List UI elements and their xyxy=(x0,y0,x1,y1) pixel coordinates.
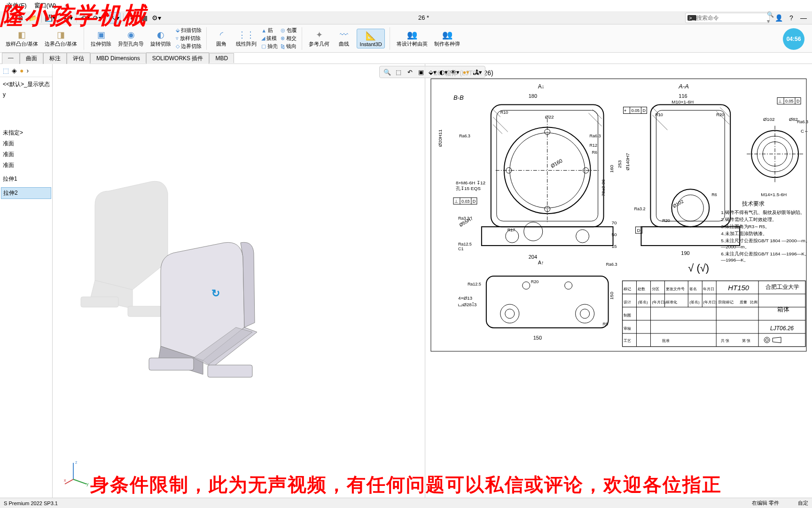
svg-text:R17: R17 xyxy=(508,228,515,232)
svg-text:LJT06.26: LJT06.26 xyxy=(770,325,794,332)
ref-geometry-button[interactable]: ✦参考几何 xyxy=(307,28,331,48)
feature-tree-icon[interactable]: ⬚ xyxy=(3,67,9,74)
user-icon[interactable]: 👤 xyxy=(773,12,785,24)
svg-text:D: D xyxy=(642,108,646,113)
tree-plane2[interactable]: 准面 xyxy=(1,149,51,160)
tab-annotate[interactable]: 标注 xyxy=(43,53,67,64)
svg-text:更改文件号: 更改文件号 xyxy=(666,287,685,291)
svg-text:6.未注几何公差按GB/T 1184 —1996—K。: 6.未注几何公差按GB/T 1184 —1996—K。 xyxy=(721,251,809,256)
svg-text:3.未注圆角为R3～R5。: 3.未注圆角为R3～R5。 xyxy=(721,224,770,229)
wrap-button[interactable]: ◎包覆 xyxy=(281,27,297,34)
svg-text:R20: R20 xyxy=(662,218,670,223)
svg-text:M10×1-6H: M10×1-6H xyxy=(671,99,694,104)
tree-display-state[interactable]: <<默认>_显示状态 xyxy=(1,79,51,90)
tab-mbd-dims[interactable]: MBD Dimensions xyxy=(90,53,146,63)
tree-history[interactable]: y xyxy=(1,90,51,99)
linear-pattern-button[interactable]: ⋮⋮线性阵列 xyxy=(234,28,258,48)
graphics-viewport[interactable]: 🔍 ⬚ ↶ ▣ ⬙▾ ◐▾ 👁▾ ●▾ 🏞▾ xyxy=(53,64,812,498)
tab-addins[interactable]: SOLIDWORKS 插件 xyxy=(146,53,210,64)
command-search[interactable]: >_ 🔍▾ xyxy=(685,13,770,23)
settings-icon[interactable]: ⚙▾ xyxy=(151,12,162,24)
svg-text:C1: C1 xyxy=(458,246,463,251)
intersect-button[interactable]: ⊗相交 xyxy=(281,35,297,42)
svg-text:150: 150 xyxy=(609,292,614,300)
svg-text:(签名): (签名) xyxy=(638,300,648,304)
prev-view-icon[interactable]: ↶ xyxy=(405,67,414,77)
svg-text:R20: R20 xyxy=(531,279,539,284)
svg-text:253: 253 xyxy=(617,160,622,168)
tree-extrude1[interactable]: 拉伸1 xyxy=(1,174,51,184)
tab-surfaces[interactable]: 曲面 xyxy=(20,53,43,64)
search-input[interactable] xyxy=(696,15,767,21)
svg-text:(年月日): (年月日) xyxy=(703,300,717,304)
draft-button[interactable]: ◢拔模 xyxy=(261,35,278,42)
tree-material[interactable]: 未指定> xyxy=(1,127,51,138)
svg-text:(签名): (签名) xyxy=(689,300,700,304)
svg-text:R6: R6 xyxy=(711,192,717,197)
zoom-area-icon[interactable]: ⬚ xyxy=(394,67,403,77)
tree-plane3[interactable]: 准面 xyxy=(1,160,51,171)
variations-button[interactable]: 👥制作各种弹 xyxy=(432,28,462,48)
fillet-button[interactable]: ◜圆角 xyxy=(211,28,231,48)
curves-button[interactable]: 〰曲线 xyxy=(334,28,354,48)
design-tree-button[interactable]: 👥将设计树由英 xyxy=(395,28,429,48)
svg-text:阶段标记: 阶段标记 xyxy=(718,300,734,304)
svg-text:C←: C← xyxy=(801,128,809,134)
svg-text:HT150: HT150 xyxy=(728,284,750,292)
rib-button[interactable]: ▲筋 xyxy=(261,27,278,34)
main-area: ⬚ ◈ ● › <<默认>_显示状态 y 未指定> 准面 准面 准面 拉伸1 拉… xyxy=(0,64,812,498)
display-icon[interactable]: ● xyxy=(20,67,23,74)
tree-extrude2[interactable]: 拉伸2 xyxy=(1,187,51,199)
svg-text:Ra3.2: Ra3.2 xyxy=(458,216,469,221)
svg-rect-3 xyxy=(208,365,252,377)
svg-text:Ø102: Ø102 xyxy=(763,117,775,122)
hide-show-icon[interactable]: 👁▾ xyxy=(450,67,460,77)
svg-text:R10: R10 xyxy=(500,110,508,115)
appearance-icon[interactable]: ●▾ xyxy=(461,67,471,77)
tree-plane1[interactable]: 准面 xyxy=(1,138,51,149)
svg-text:78±0.06: 78±0.06 xyxy=(601,179,606,196)
svg-text:Ra3.2: Ra3.2 xyxy=(634,206,645,211)
section-view-icon[interactable]: ▣ xyxy=(416,67,426,77)
svg-text:A↓: A↓ xyxy=(538,83,545,89)
search-icon[interactable]: 🔍▾ xyxy=(767,11,774,24)
tab-evaluate[interactable]: 评估 xyxy=(67,53,90,64)
mirror-button[interactable]: ⧎镜向 xyxy=(281,43,297,50)
minimize-icon[interactable]: — xyxy=(798,12,809,24)
svg-text:年月日: 年月日 xyxy=(703,287,714,291)
loft-cut-button[interactable]: ▿放样切除 xyxy=(176,35,202,42)
svg-text:A↑: A↑ xyxy=(538,260,544,265)
tab-features[interactable]: ㇐ xyxy=(2,53,20,64)
svg-text:116: 116 xyxy=(679,93,687,99)
svg-text:R10: R10 xyxy=(655,112,663,117)
scene-icon[interactable]: 🏞▾ xyxy=(473,67,482,77)
svg-text:Ra6.3: Ra6.3 xyxy=(606,262,617,267)
help-icon[interactable]: ? xyxy=(786,12,797,24)
svg-text:M14×1.5-6H: M14×1.5-6H xyxy=(761,192,787,197)
svg-text:Ø140H7: Ø140H7 xyxy=(625,153,630,171)
feature-tree: <<默认>_显示状态 y 未指定> 准面 准面 准面 拉伸1 拉伸2 xyxy=(0,77,52,201)
svg-text:A-A: A-A xyxy=(678,82,689,89)
svg-text:Ø20H11: Ø20H11 xyxy=(437,129,443,147)
svg-text:0.05: 0.05 xyxy=(785,99,793,103)
view-orient-icon[interactable]: ⬙▾ xyxy=(428,67,437,77)
sweep-cut-button[interactable]: ⬙扫描切除 xyxy=(176,27,202,34)
config-icon[interactable]: ◈ xyxy=(12,67,17,74)
svg-text:0.03: 0.03 xyxy=(461,199,469,204)
chevron-right-icon[interactable]: › xyxy=(26,67,29,74)
svg-text:Ra12.5: Ra12.5 xyxy=(468,282,481,286)
revolve-cut-button[interactable]: ◐旋转切除 xyxy=(148,28,173,48)
heads-up-toolbar: 🔍 ⬚ ↶ ▣ ⬙▾ ◐▾ 👁▾ ●▾ 🏞▾ xyxy=(379,66,485,78)
tab-mbd[interactable]: MBD xyxy=(209,53,234,63)
svg-text:z: z xyxy=(75,460,78,465)
shell-button[interactable]: ▢抽壳 xyxy=(261,43,278,50)
boundary-cut-button[interactable]: ◇边界切除 xyxy=(176,43,202,50)
display-style-icon[interactable]: ◐▾ xyxy=(439,67,448,77)
svg-text:箱体: 箱体 xyxy=(777,306,789,313)
instant3d-button[interactable]: 📐Instant3D xyxy=(357,29,385,48)
svg-text:D: D xyxy=(796,99,800,103)
svg-rect-0 xyxy=(81,297,118,307)
status-edit-mode: 在编辑 零件 xyxy=(752,500,779,507)
zoom-fit-icon[interactable]: 🔍 xyxy=(383,67,392,77)
svg-text:⊥: ⊥ xyxy=(778,99,782,103)
